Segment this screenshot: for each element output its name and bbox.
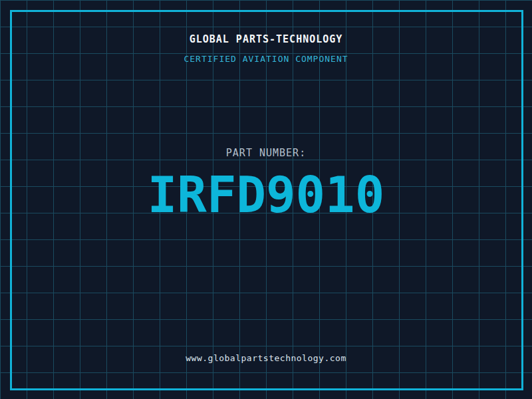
blueprint-page: { "page": { "title": "GLOBAL PARTS-TECHN…: [0, 0, 532, 399]
website-url: www.globalpartstechnology.com: [0, 353, 532, 363]
part-number-value: IRFD9010: [0, 170, 532, 219]
blueprint-stage: GLOBAL PARTS-TECHNOLOGY CERTIFIED AVIATI…: [0, 0, 532, 399]
part-number-label: PART NUMBER:: [0, 147, 532, 159]
company-title: GLOBAL PARTS-TECHNOLOGY: [0, 33, 532, 45]
certification-subtitle: CERTIFIED AVIATION COMPONENT: [0, 54, 532, 64]
